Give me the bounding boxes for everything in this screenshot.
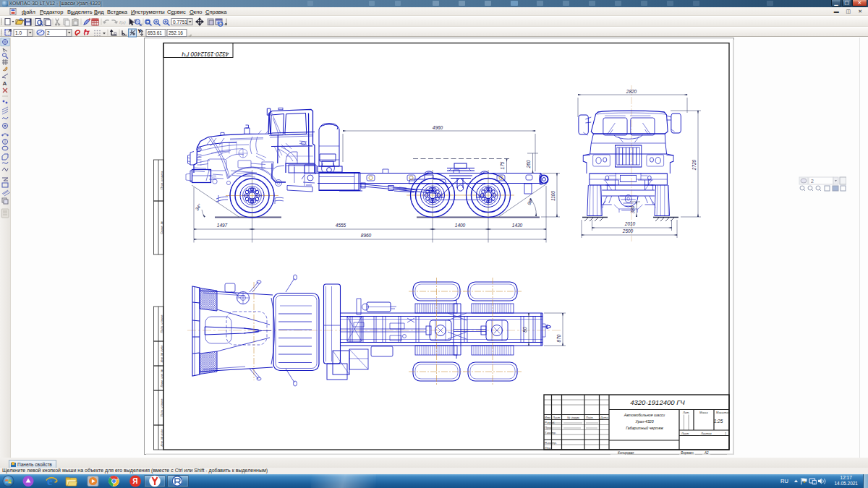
svg-text:870: 870 — [556, 334, 561, 342]
svg-text:4320-1912400 ГЧ: 4320-1912400 ГЧ — [630, 398, 685, 406]
svg-text:2500: 2500 — [622, 228, 634, 234]
svg-text:Масштаб: Масштаб — [716, 411, 730, 414]
svg-text:252.16: 252.16 — [169, 30, 183, 35]
svg-text:Инв. № дубл.: Инв. № дубл. — [160, 345, 163, 363]
svg-text:Н.контр.: Н.контр. — [545, 441, 557, 445]
svg-text:8960: 8960 — [361, 233, 372, 238]
svg-text:4960: 4960 — [433, 125, 443, 130]
svg-text:175: 175 — [500, 161, 505, 169]
svg-text:2010: 2010 — [624, 221, 636, 226]
svg-text:Лист: Лист — [681, 432, 689, 435]
svg-text:Изм.: Изм. — [545, 416, 551, 419]
svg-text:№ докум.: № докум. — [567, 416, 580, 419]
svg-text:Пров.: Пров. — [545, 426, 553, 429]
svg-text:2820: 2820 — [626, 89, 637, 94]
svg-text:Автомобильное шасси: Автомобильное шасси — [624, 413, 665, 417]
svg-text:1:25: 1:25 — [714, 419, 723, 424]
svg-text:2: 2 — [47, 30, 50, 35]
svg-text:Взам. инв. №: Взам. инв. № — [160, 369, 163, 387]
svg-text:Лит.: Лит. — [682, 411, 689, 414]
svg-text:e: e — [47, 474, 53, 488]
svg-text:2720: 2720 — [692, 159, 697, 171]
svg-text:1497: 1497 — [217, 223, 228, 228]
svg-text:Урал-4320: Урал-4320 — [635, 419, 653, 424]
svg-text:f(x): f(x) — [119, 20, 126, 25]
svg-text:4555: 4555 — [336, 223, 346, 228]
svg-text:Я: Я — [132, 477, 137, 485]
svg-text:Масса: Масса — [699, 411, 709, 414]
svg-text:Перв. примен.: Перв. примен. — [160, 171, 163, 190]
svg-text:А2: А2 — [704, 451, 709, 455]
svg-text:1.0: 1.0 — [15, 30, 22, 35]
svg-text:RU: RU — [780, 478, 788, 484]
svg-text:2: 2 — [811, 179, 814, 184]
svg-text:1400: 1400 — [455, 223, 466, 228]
svg-text:Габаритный чертеж: Габаритный чертеж — [626, 426, 663, 430]
svg-text:Листов: Листов — [700, 432, 712, 435]
svg-text:0.7751: 0.7751 — [173, 20, 187, 25]
svg-text:Подп. и дата: Подп. и дата — [160, 398, 163, 417]
svg-text:Т.контр.: Т.контр. — [545, 431, 556, 435]
svg-text:Копировал: Копировал — [618, 451, 634, 455]
svg-text:Разраб.: Разраб. — [545, 421, 555, 424]
svg-text:Подп.: Подп. — [586, 416, 594, 419]
svg-text:653.61: 653.61 — [148, 30, 162, 35]
svg-text:1: 1 — [725, 432, 726, 435]
svg-text:Справ. №: Справ. № — [160, 221, 163, 234]
svg-text:1100: 1100 — [550, 191, 556, 201]
svg-text:80: 80 — [522, 327, 527, 333]
svg-text:4320-1912400 ГЧ: 4320-1912400 ГЧ — [182, 51, 229, 57]
svg-text:A: A — [3, 80, 7, 87]
svg-text:1430: 1430 — [512, 223, 523, 228]
svg-text:Формат: Формат — [681, 451, 694, 455]
svg-text:260: 260 — [526, 160, 531, 168]
svg-text:380: 380 — [630, 205, 635, 213]
svg-text:Утв.: Утв. — [545, 446, 551, 450]
svg-text:Подп. и дата: Подп. и дата — [160, 314, 163, 333]
svg-text:Дата: Дата — [600, 416, 608, 419]
svg-text:Инв. № подл.: Инв. № подл. — [160, 429, 163, 447]
svg-text:Лист: Лист — [552, 416, 561, 419]
